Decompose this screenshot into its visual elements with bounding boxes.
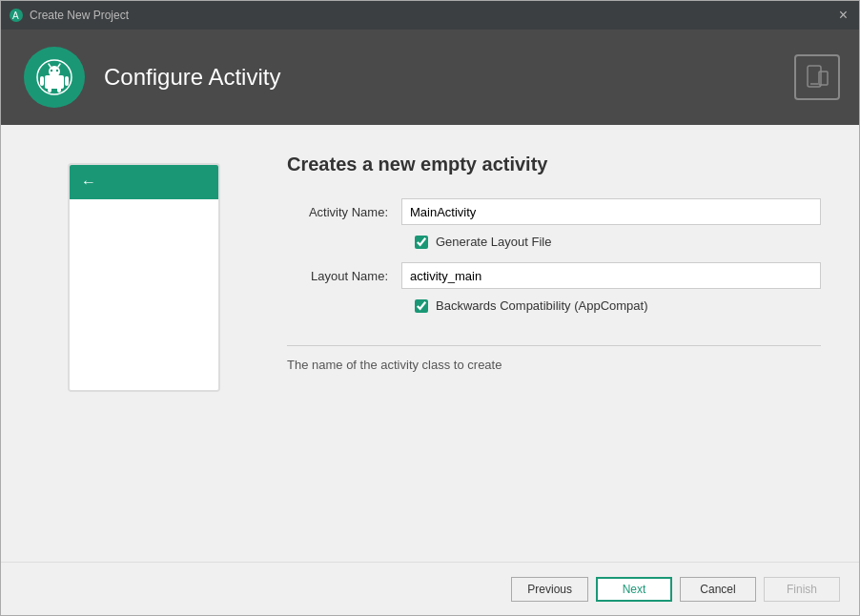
svg-rect-9: [40, 76, 44, 86]
app-icon: A: [9, 8, 24, 23]
svg-rect-12: [57, 87, 61, 92]
generate-layout-checkbox[interactable]: [415, 236, 428, 249]
finish-button: Finish: [764, 577, 840, 602]
help-text: The name of the activity class to create: [287, 358, 821, 372]
backwards-compat-label[interactable]: Backwards Compatibility (AppCompat): [436, 298, 648, 313]
activity-name-label: Activity Name:: [287, 205, 401, 219]
dialog-window: A Create New Project ×: [0, 0, 860, 616]
wizard-header: Configure Activity: [1, 30, 859, 125]
form-section-title: Creates a new empty activity: [287, 154, 821, 175]
svg-rect-3: [45, 75, 64, 89]
window-title: Create New Project: [30, 9, 835, 22]
cancel-button[interactable]: Cancel: [680, 577, 756, 602]
activity-name-input[interactable]: [401, 198, 821, 225]
svg-rect-10: [65, 76, 69, 86]
backwards-compat-row: Backwards Compatibility (AppCompat): [415, 298, 821, 313]
next-button[interactable]: Next: [596, 577, 672, 602]
svg-point-5: [51, 70, 52, 72]
phone-toolbar: ←: [70, 165, 218, 199]
title-bar: A Create New Project ×: [1, 1, 859, 30]
generate-layout-row: Generate Layout File: [415, 235, 821, 249]
svg-point-4: [49, 66, 60, 77]
close-button[interactable]: ×: [835, 8, 851, 23]
svg-rect-11: [48, 87, 51, 92]
activity-name-row: Activity Name:: [287, 198, 821, 225]
phone-preview-panel: ←: [1, 144, 268, 543]
android-studio-logo: [24, 47, 85, 108]
svg-line-7: [49, 64, 51, 67]
main-content: ← Creates a new empty activity Activity …: [1, 125, 859, 562]
svg-line-8: [58, 64, 60, 67]
dialog-footer: Previous Next Cancel Finish: [1, 562, 859, 615]
layout-name-input[interactable]: [401, 262, 821, 289]
device-preview-icon: [794, 54, 840, 100]
layout-name-row: Layout Name:: [287, 262, 821, 289]
generate-layout-label[interactable]: Generate Layout File: [436, 235, 551, 249]
svg-text:A: A: [12, 10, 19, 21]
wizard-title: Configure Activity: [104, 64, 280, 91]
form-divider: [287, 345, 821, 346]
form-panel: Creates a new empty activity Activity Na…: [268, 144, 859, 543]
phone-body: [70, 199, 218, 390]
previous-button[interactable]: Previous: [511, 577, 588, 602]
layout-name-label: Layout Name:: [287, 269, 401, 283]
backwards-compat-checkbox[interactable]: [415, 299, 428, 313]
svg-point-6: [56, 70, 58, 72]
phone-mockup: ←: [68, 163, 220, 392]
phone-back-arrow: ←: [81, 174, 96, 191]
